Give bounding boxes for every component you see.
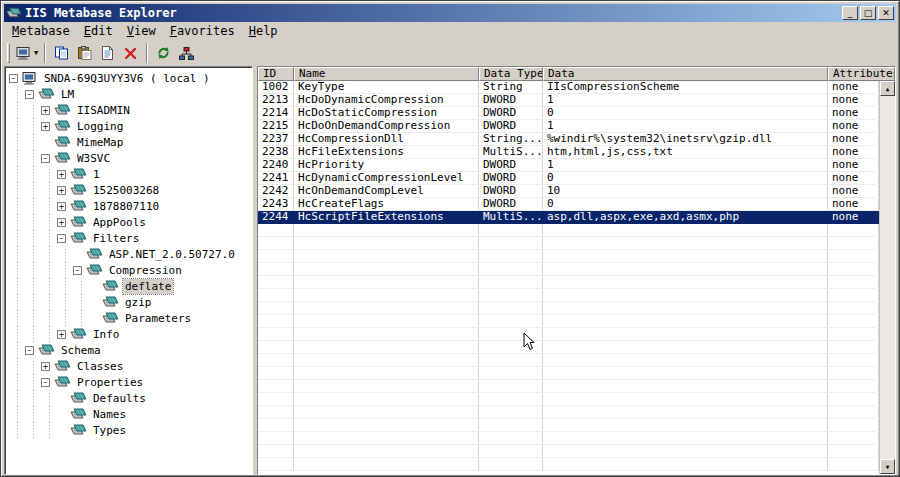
expand-icon[interactable]: + — [41, 106, 50, 115]
tree-item-deflate[interactable]: deflate — [5, 278, 252, 294]
tree-item-lm[interactable]: -LM — [5, 86, 252, 102]
cell — [828, 458, 879, 470]
expand-icon[interactable]: + — [41, 362, 50, 371]
cell — [479, 276, 543, 288]
expand-icon[interactable]: + — [41, 122, 50, 131]
cell — [479, 224, 543, 236]
tree-item-classes[interactable]: +Classes — [5, 358, 252, 374]
collapse-icon[interactable]: - — [41, 378, 50, 387]
expand-icon[interactable]: + — [57, 218, 66, 227]
paste-icon — [77, 46, 92, 60]
menu-edit[interactable]: Edit — [77, 23, 120, 39]
table-row-empty — [258, 341, 879, 354]
cell: 2238 — [258, 146, 294, 158]
expand-icon[interactable]: + — [57, 330, 66, 339]
cell: none — [828, 146, 879, 158]
scroll-up-icon[interactable]: ▲ — [880, 81, 895, 96]
column-header-data[interactable]: Data — [543, 67, 828, 81]
connect-button[interactable]: ▼ — [14, 42, 40, 64]
table-row-2214[interactable]: 2214HcDoStaticCompressionDWORD0none — [258, 107, 879, 120]
table-row-2240[interactable]: 2240HcPriorityDWORD1none — [258, 159, 879, 172]
tree-indent-guide — [25, 214, 41, 230]
tree-item-w3svc[interactable]: -W3SVC — [5, 150, 252, 166]
tree-item-defaults[interactable]: Defaults — [5, 390, 252, 406]
minimize-button[interactable]: _ — [842, 6, 858, 20]
menu-metabase[interactable]: Metabase — [5, 23, 77, 39]
collapse-icon[interactable]: - — [57, 234, 66, 243]
tree-item-types[interactable]: Types — [5, 422, 252, 438]
cell — [828, 289, 879, 301]
expand-icon[interactable]: + — [57, 170, 66, 179]
tree-indent-guide — [9, 358, 25, 374]
table-row-2242[interactable]: 2242HcOnDemandCompLevelDWORD10none — [258, 185, 879, 198]
scroll-down-icon[interactable]: ▼ — [880, 459, 895, 474]
collapse-icon[interactable]: - — [25, 346, 34, 355]
cell: HcOnDemandCompLevel — [294, 185, 479, 197]
tree-item-info[interactable]: +Info — [5, 326, 252, 342]
tree-item-properties[interactable]: -Properties — [5, 374, 252, 390]
menu-favorites[interactable]: Favorites — [163, 23, 242, 39]
tree-item-compression[interactable]: -Compression — [5, 262, 252, 278]
column-header-id[interactable]: ID — [258, 67, 294, 81]
column-header-data-type[interactable]: Data Type — [479, 67, 543, 81]
new-record-button[interactable] — [96, 42, 119, 64]
tree-item-apppools[interactable]: +AppPools — [5, 214, 252, 230]
collapse-icon[interactable]: - — [25, 90, 34, 99]
table-row-2238[interactable]: 2238HcFileExtensionsMultiS...htm,html,js… — [258, 146, 879, 159]
cell: 2242 — [258, 185, 294, 197]
cell: 2244 — [258, 211, 294, 223]
cell — [828, 406, 879, 418]
metabase-tree[interactable]: -SNDA-69Q3UYY3V6 ( local )-LM+IISADMIN+L… — [4, 66, 253, 475]
tree-item-iisadmin[interactable]: +IISADMIN — [5, 102, 252, 118]
cell: DWORD — [479, 185, 543, 197]
expand-icon[interactable]: + — [57, 186, 66, 195]
table-row-2243[interactable]: 2243HcCreateFlagsDWORD0none — [258, 198, 879, 211]
title-bar[interactable]: IIS Metabase Explorer _□✕ — [4, 4, 896, 22]
toolbar-grip[interactable] — [7, 43, 10, 63]
tree-item-filters[interactable]: -Filters — [5, 230, 252, 246]
cell: 2237 — [258, 133, 294, 145]
table-row-2244[interactable]: 2244HcScriptFileExtensionsMultiS...asp,d… — [258, 211, 879, 224]
collapse-icon[interactable]: - — [41, 154, 50, 163]
tree-item-names[interactable]: Names — [5, 406, 252, 422]
tree-indent-guide — [25, 166, 41, 182]
tree-indent-guide — [9, 390, 25, 406]
cell — [828, 341, 879, 353]
close-button[interactable]: ✕ — [878, 6, 894, 20]
refresh-button[interactable] — [152, 42, 175, 64]
tree-item-gzip[interactable]: gzip — [5, 294, 252, 310]
collapse-icon[interactable]: - — [73, 266, 82, 275]
menu-view[interactable]: View — [120, 23, 163, 39]
tree-item-1[interactable]: +1 — [5, 166, 252, 182]
collapse-icon[interactable]: - — [9, 74, 18, 83]
table-row-1002[interactable]: 1002KeyTypeStringIIsCompressionSchemenon… — [258, 81, 879, 94]
tree-item-1878807110[interactable]: +1878807110 — [5, 198, 252, 214]
tree-item-mimemap[interactable]: MimeMap — [5, 134, 252, 150]
expand-icon[interactable]: + — [57, 202, 66, 211]
table-row-2237[interactable]: 2237HcCompressionDllString...%windir%\sy… — [258, 133, 879, 146]
cell: String — [479, 81, 543, 93]
tree-item-parameters[interactable]: Parameters — [5, 310, 252, 326]
network-button[interactable] — [175, 42, 198, 64]
tree-item-snda-69q3uyy3v6-local[interactable]: -SNDA-69Q3UYY3V6 ( local ) — [5, 70, 252, 86]
copy-button[interactable] — [50, 42, 73, 64]
cell: 2243 — [258, 198, 294, 210]
metabase-icon — [102, 280, 119, 292]
cell — [479, 406, 543, 418]
column-header-attributes[interactable]: Attributes — [828, 67, 895, 81]
vertical-scrollbar[interactable]: ▲ ▼ — [879, 81, 895, 474]
table-row-2241[interactable]: 2241HcDynamicCompressionLevelDWORD0none — [258, 172, 879, 185]
delete-button[interactable] — [119, 42, 142, 64]
tree-item-asp-net-2-0-50727-0[interactable]: ASP.NET_2.0.50727.0 — [5, 246, 252, 262]
cell: DWORD — [479, 198, 543, 210]
menu-help[interactable]: Help — [242, 23, 285, 39]
tree-item-logging[interactable]: +Logging — [5, 118, 252, 134]
metabase-icon — [70, 200, 87, 212]
tree-item-1525003268[interactable]: +1525003268 — [5, 182, 252, 198]
tree-item-schema[interactable]: -Schema — [5, 342, 252, 358]
column-header-name[interactable]: Name — [294, 67, 479, 81]
paste-button[interactable] — [73, 42, 96, 64]
table-row-2215[interactable]: 2215HcDoOnDemandCompressionDWORD1none — [258, 120, 879, 133]
maximize-button[interactable]: □ — [860, 6, 876, 20]
table-row-2213[interactable]: 2213HcDoDynamicCompressionDWORD1none — [258, 94, 879, 107]
